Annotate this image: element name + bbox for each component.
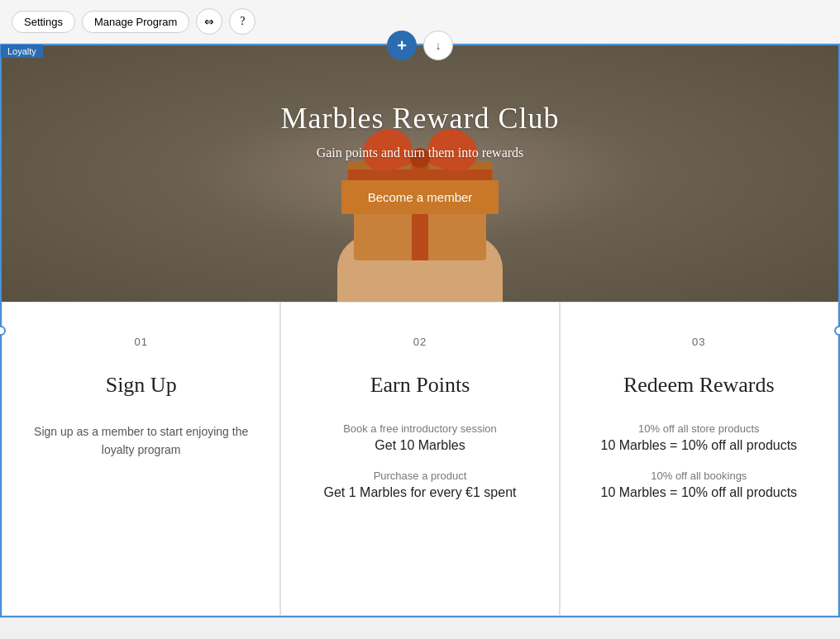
card-title-3: Redeem Rewards: [585, 373, 813, 398]
redeem-item-2: 10% off all bookings 10 Marbles = 10% of…: [585, 470, 813, 500]
hero-subtitle: Gain points and turn them into rewards: [281, 145, 560, 160]
hero-title: Marbles Reward Club: [281, 101, 560, 136]
arrows-icon: ⇔: [204, 15, 214, 29]
card-signup: 01 Sign Up Sign up as a member to start …: [2, 302, 280, 616]
redeem-item-2-label: 10% off all bookings: [585, 470, 813, 482]
card-desc-1: Sign up as a member to start enjoying th…: [27, 422, 255, 460]
redeem-item-1-label: 10% off all store products: [585, 422, 813, 435]
card-redeem-rewards: 03 Redeem Rewards 10% off all store prod…: [560, 302, 838, 616]
become-member-button[interactable]: Become a member: [341, 180, 499, 214]
manage-program-button[interactable]: Manage Program: [82, 11, 189, 33]
card-earn-points: 02 Earn Points Book a free introductory …: [280, 302, 559, 616]
cards-section: 01 Sign Up Sign up as a member to start …: [2, 302, 838, 616]
card-title-2: Earn Points: [306, 373, 533, 398]
float-actions: + ↓: [387, 31, 453, 60]
card-number-2: 02: [306, 336, 533, 348]
page-wrapper: Loyalty + ↓ Marbles Re: [0, 44, 840, 618]
download-button[interactable]: ↓: [423, 31, 453, 60]
right-resize-handle[interactable]: [834, 326, 840, 336]
earn-item-2-label: Purchase a product: [306, 470, 533, 482]
redeem-item-2-value: 10 Marbles = 10% off all products: [585, 485, 813, 500]
earn-item-1: Book a free introductory session Get 10 …: [306, 422, 533, 453]
help-icon: ?: [240, 15, 245, 28]
earn-item-2-value: Get 1 Marbles for every €1 spent: [306, 485, 533, 500]
plus-icon: +: [397, 36, 407, 55]
redeem-item-1-value: 10 Marbles = 10% off all products: [585, 438, 813, 453]
arrows-icon-button[interactable]: ⇔: [196, 8, 222, 35]
earn-item-1-value: Get 10 Marbles: [306, 438, 533, 453]
loyalty-tag: Loyalty: [1, 45, 43, 58]
earn-item-1-label: Book a free introductory session: [306, 422, 533, 435]
card-title-1: Sign Up: [27, 373, 255, 398]
settings-button[interactable]: Settings: [12, 11, 75, 33]
card-number-3: 03: [585, 336, 813, 348]
earn-item-2: Purchase a product Get 1 Marbles for eve…: [306, 470, 533, 500]
add-block-button[interactable]: +: [387, 31, 417, 60]
card-number-1: 01: [27, 336, 255, 348]
hero-content: Marbles Reward Club Gain points and turn…: [281, 101, 560, 247]
redeem-item-1: 10% off all store products 10 Marbles = …: [585, 422, 813, 453]
download-icon: ↓: [436, 39, 441, 52]
help-icon-button[interactable]: ?: [229, 8, 255, 35]
hero-section: Marbles Reward Club Gain points and turn…: [2, 45, 838, 302]
